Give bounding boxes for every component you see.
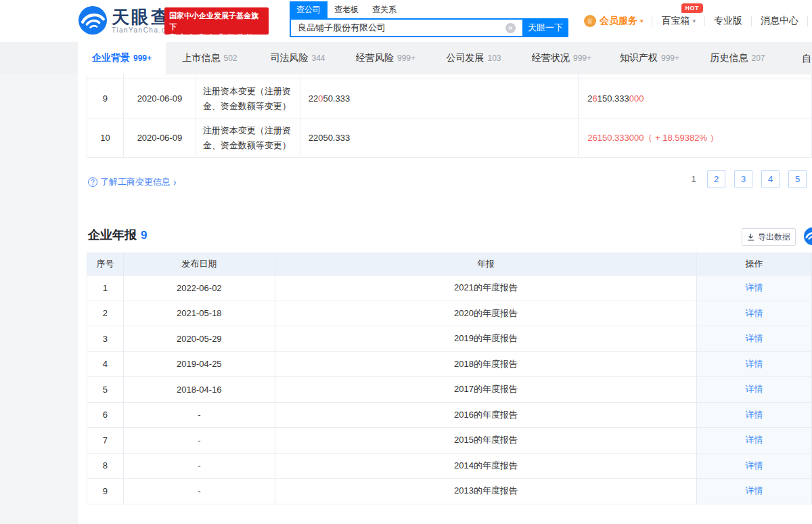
cell-row-number: 1 xyxy=(87,276,124,301)
page-button[interactable]: 3 xyxy=(734,170,752,188)
search-tab-company[interactable]: 查公司 xyxy=(290,1,328,18)
nav-tab-2[interactable]: 司法风险344 xyxy=(254,42,342,74)
cell-value-before: 22050.333 xyxy=(300,79,579,118)
cell-change-item: 注册资本变更（注册资金、资金数额等变更） xyxy=(196,118,300,157)
page-button[interactable]: 2 xyxy=(707,170,725,188)
nav-tab-count: 502 xyxy=(223,53,237,63)
annual-report-title: 企业年报 xyxy=(88,228,137,242)
nav-tab-label: 经营风险 xyxy=(356,52,394,64)
cell-value-after: 26150.333000 xyxy=(579,79,812,118)
cell-publish-date: 2019-04-25 xyxy=(124,352,275,377)
cell-publish-date: 2022-06-02 xyxy=(124,276,275,301)
cell-action: 详情 xyxy=(697,454,812,479)
nav-tab-7[interactable]: 历史信息207 xyxy=(694,42,782,74)
pro-version-menu[interactable]: 专业版 xyxy=(705,15,751,27)
detail-link[interactable]: 详情 xyxy=(746,485,763,497)
nav-tab-label: 司法风险 xyxy=(270,52,308,64)
value-segment: 50.333 xyxy=(323,93,350,104)
cell-value-before: 22050.333 xyxy=(300,118,579,157)
table-row-cut xyxy=(87,74,812,79)
tianyancha-logo[interactable]: 天眼查 TianYanCha.com xyxy=(78,6,177,35)
nav-tab-label: 经营状况 xyxy=(532,52,570,64)
changed-value-segment: 000 xyxy=(629,93,644,104)
question-circle-icon: ? xyxy=(88,177,97,187)
nav-tab-6[interactable]: 知识产权999+ xyxy=(606,42,694,74)
cell-action: 详情 xyxy=(697,276,812,301)
detail-link[interactable]: 详情 xyxy=(746,460,763,472)
table-row: 12022-06-022021的年度报告详情 xyxy=(87,276,812,301)
detail-link[interactable]: 详情 xyxy=(746,409,763,421)
changed-value-segment: 0 xyxy=(318,93,323,104)
message-center-menu[interactable]: 消息中心 xyxy=(752,15,807,27)
table-row: 102020-06-09注册资本变更（注册资金、资金数额等变更）22050.33… xyxy=(87,118,812,158)
toolbox-label: 百宝箱 xyxy=(661,15,690,27)
change-table: 92020-06-09注册资本变更（注册资金、资金数额等变更）22050.333… xyxy=(87,74,812,158)
cell-publish-date: - xyxy=(124,479,275,504)
floating-widget-icon[interactable] xyxy=(804,227,812,245)
cell-row-number: 3 xyxy=(87,326,124,351)
page-current[interactable]: 1 xyxy=(689,170,698,188)
detail-link[interactable]: 详情 xyxy=(746,332,763,345)
cell-report-name: 2015的年度报告 xyxy=(275,428,697,453)
cell-row-number: 7 xyxy=(87,428,124,453)
table-row: 7-2015的年度报告详情 xyxy=(87,428,812,454)
nav-tab-0[interactable]: 企业背景999+ xyxy=(78,42,166,74)
chevron-down-icon: ▾ xyxy=(692,18,696,24)
change-info-link[interactable]: ? 了解工商变更信息 › xyxy=(88,176,177,188)
cell-action: 详情 xyxy=(697,403,812,428)
nav-tab-label: 公司发展 xyxy=(446,52,484,64)
search-input[interactable] xyxy=(290,18,522,37)
cell-row-number: 9 xyxy=(87,79,124,118)
crown-icon: ♕ xyxy=(584,15,596,27)
page-button[interactable]: 4 xyxy=(761,170,780,188)
cell-change-date: 2020-06-09 xyxy=(124,79,196,118)
table-row: 42019-04-252018的年度报告详情 xyxy=(87,352,812,378)
nav-tab-count: 103 xyxy=(487,53,501,63)
value-segment: 22 xyxy=(309,93,318,104)
cell-report-name: 2019的年度报告 xyxy=(275,326,697,351)
detail-link[interactable]: 详情 xyxy=(746,282,763,294)
cell-change-item: 注册资本变更（注册资金、资金数额等变更） xyxy=(196,79,300,118)
detail-link[interactable]: 详情 xyxy=(746,358,763,370)
detail-link[interactable]: 详情 xyxy=(746,383,763,395)
value-segment: 22050.333 xyxy=(309,133,350,143)
cell-action: 详情 xyxy=(697,352,812,377)
nav-tab-1[interactable]: 上市信息502 xyxy=(166,42,254,74)
search-tab-boss[interactable]: 查老板 xyxy=(328,1,365,18)
page: 天眼查 TianYanCha.com 国家中小企业发展子基金旗下 官方备案企业征… xyxy=(0,0,812,524)
toolbox-menu[interactable]: HOT 百宝箱 ▾ xyxy=(652,15,704,27)
gov-credit-badge: 国家中小企业发展子基金旗下 官方备案企业征信机构 xyxy=(164,7,269,35)
gov-badge-line1: 国家中小企业发展子基金旗下 xyxy=(169,10,264,32)
cell-report-name: 2017的年度报告 xyxy=(275,377,697,402)
cell-publish-date: 2020-05-29 xyxy=(124,326,275,351)
menu-divider xyxy=(807,16,808,26)
chevron-right-icon: › xyxy=(173,177,177,188)
search-area: 查公司 查老板 查关系 ✕ 天眼一下 xyxy=(290,2,568,37)
eye-logo-icon xyxy=(78,6,107,35)
top-header: 天眼查 TianYanCha.com 国家中小企业发展子基金旗下 官方备案企业征… xyxy=(0,0,812,42)
cell-action: 详情 xyxy=(697,326,812,351)
nav-tab-partial[interactable]: 自 xyxy=(802,42,811,74)
search-tab-relation[interactable]: 查关系 xyxy=(365,1,403,18)
section-nav: 企业背景999+上市信息502司法风险344经营风险999+公司发展103经营状… xyxy=(0,42,812,74)
changed-value-segment: 26150.333000（ + 18.59382% ） xyxy=(587,132,718,144)
table-row: 6-2016的年度报告详情 xyxy=(87,403,812,429)
detail-link[interactable]: 详情 xyxy=(746,434,763,446)
cell-report-name: 2018的年度报告 xyxy=(275,352,697,377)
nav-tab-4[interactable]: 公司发展103 xyxy=(430,42,518,74)
cell-action: 详情 xyxy=(697,479,812,504)
export-data-button[interactable]: 导出数据 xyxy=(742,228,796,246)
clear-icon[interactable]: ✕ xyxy=(505,23,516,33)
nav-tab-3[interactable]: 经营风险999+ xyxy=(342,42,430,74)
vip-service-menu[interactable]: ♕ 会员服务 ▾ xyxy=(575,15,652,27)
cell-row-number: 8 xyxy=(87,454,124,479)
nav-tab-5[interactable]: 经营状况999+ xyxy=(518,42,606,74)
page-button[interactable]: 5 xyxy=(788,170,807,188)
table-row: 92020-06-09注册资本变更（注册资金、资金数额等变更）22050.333… xyxy=(87,79,812,118)
search-button[interactable]: 天眼一下 xyxy=(522,18,568,37)
detail-link[interactable]: 详情 xyxy=(746,307,763,320)
nav-tab-label: 企业背景 xyxy=(92,52,130,64)
content-card: 92020-06-09注册资本变更（注册资金、资金数额等变更）22050.333… xyxy=(78,74,812,524)
cell-row-number: 9 xyxy=(87,479,124,504)
cell-row-number: 5 xyxy=(87,377,124,402)
